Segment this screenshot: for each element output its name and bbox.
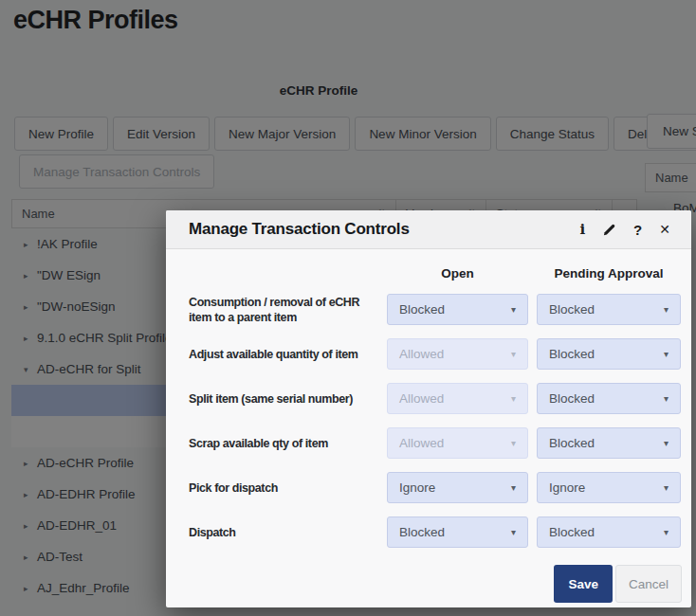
dialog-header-icons: i ? ✕ (579, 223, 670, 237)
open-status-dropdown[interactable]: Ignore ▾ (387, 472, 528, 503)
transaction-control-row: Split item (same serial number) Allowed … (189, 383, 691, 414)
cancel-button[interactable]: Cancel (615, 565, 682, 603)
dropdown-value: Blocked (549, 391, 595, 406)
close-icon[interactable]: ✕ (659, 223, 670, 236)
dropdown-value: Blocked (399, 525, 445, 539)
info-icon[interactable]: i (579, 223, 585, 237)
open-status-dropdown[interactable]: Allowed ▾ (387, 383, 528, 414)
dialog-title: Manage Transaction Controls (189, 220, 579, 239)
chevron-down-icon: ▾ (664, 527, 669, 537)
transaction-control-row: Consumption / removal of eCHR item to a … (189, 294, 691, 325)
pending-approval-dropdown[interactable]: Blocked ▾ (537, 338, 681, 370)
open-status-dropdown[interactable]: Blocked ▾ (387, 294, 528, 325)
edit-pencil-icon[interactable] (602, 223, 616, 237)
chevron-down-icon: ▾ (664, 438, 669, 448)
chevron-down-icon: ▾ (511, 482, 516, 493)
chevron-down-icon: ▾ (664, 393, 669, 404)
open-status-dropdown[interactable]: Allowed ▾ (387, 338, 528, 370)
label-column-spacer (189, 266, 387, 281)
help-icon[interactable]: ? (633, 223, 642, 237)
chevron-down-icon: ▾ (664, 349, 669, 359)
control-label: Scrap available qty of item (189, 436, 387, 451)
dropdown-value: Allowed (399, 391, 444, 406)
open-status-dropdown[interactable]: Allowed ▾ (387, 427, 528, 459)
transaction-control-row: Pick for dispatch Ignore ▾ Ignore ▾ (189, 472, 691, 503)
dropdown-value: Allowed (399, 436, 444, 450)
control-label: Pick for dispatch (189, 480, 387, 496)
dropdown-value: Ignore (399, 480, 435, 495)
pending-approval-dropdown[interactable]: Blocked ▾ (537, 294, 681, 325)
pending-approval-dropdown[interactable]: Blocked ▾ (537, 383, 681, 414)
manage-transaction-controls-dialog: Manage Transaction Controls i ? ✕ Open P… (166, 210, 691, 607)
dropdown-value: Blocked (549, 525, 595, 539)
transaction-control-rows: Consumption / removal of eCHR item to a … (189, 294, 691, 548)
chevron-down-icon: ▾ (664, 304, 669, 315)
chevron-down-icon: ▾ (664, 482, 669, 493)
dropdown-value: Blocked (549, 436, 595, 450)
dropdown-value: Blocked (549, 347, 595, 361)
open-status-dropdown[interactable]: Blocked ▾ (387, 516, 528, 548)
dropdown-value: Blocked (549, 302, 595, 317)
transaction-control-row: Dispatch Blocked ▾ Blocked ▾ (189, 516, 691, 548)
chevron-down-icon: ▾ (511, 393, 516, 404)
chevron-down-icon: ▾ (511, 438, 516, 448)
control-label: Consumption / removal of eCHR item to a … (189, 295, 387, 325)
transaction-control-row: Scrap available qty of item Allowed ▾ Bl… (189, 427, 691, 459)
open-column-header: Open (387, 266, 528, 281)
chevron-down-icon: ▾ (511, 349, 516, 359)
chevron-down-icon: ▾ (511, 527, 516, 537)
pending-approval-dropdown[interactable]: Blocked ▾ (537, 427, 681, 459)
dialog-footer: Save Cancel (554, 565, 682, 603)
status-column-headers: Open Pending Approval (189, 266, 691, 281)
control-label: Adjust available quantity of item (189, 347, 387, 362)
dialog-body: Open Pending Approval Consumption / remo… (166, 249, 691, 548)
pending-approval-column-header: Pending Approval (537, 266, 681, 281)
control-label: Dispatch (189, 525, 387, 540)
chevron-down-icon: ▾ (511, 304, 516, 315)
dropdown-value: Blocked (399, 302, 445, 317)
transaction-control-row: Adjust available quantity of item Allowe… (189, 338, 691, 370)
pending-approval-dropdown[interactable]: Blocked ▾ (537, 516, 681, 548)
dropdown-value: Allowed (399, 347, 444, 361)
dialog-header: Manage Transaction Controls i ? ✕ (166, 210, 691, 249)
control-label: Split item (same serial number) (189, 391, 387, 407)
pending-approval-dropdown[interactable]: Ignore ▾ (537, 472, 681, 503)
save-button[interactable]: Save (554, 565, 613, 603)
dropdown-value: Ignore (549, 480, 585, 495)
